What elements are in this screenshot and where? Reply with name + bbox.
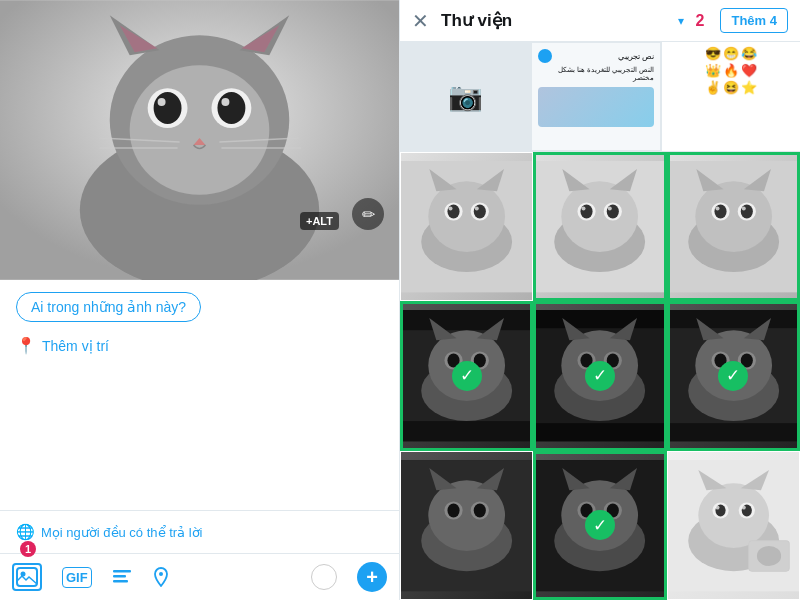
- svg-point-36: [475, 206, 479, 210]
- add-more-button[interactable]: Thêm 4: [720, 8, 788, 33]
- check-icon: ✓: [593, 515, 607, 536]
- mixed-cell-content: [668, 452, 799, 599]
- location-row[interactable]: 📍 Thêm vị trí: [16, 336, 383, 355]
- media-preview-row: 📷 نص تجريبي النص التجريبي للتغريدة هنا ب…: [400, 42, 800, 152]
- svg-point-94: [428, 480, 505, 551]
- location-label: Thêm vị trí: [42, 338, 109, 354]
- who-in-photo-button[interactable]: Ai trong những ảnh này?: [16, 292, 201, 322]
- right-header: ✕ Thư viện ▾ 2 Thêm 4: [400, 0, 800, 42]
- camera-slot[interactable]: 📷: [400, 42, 531, 151]
- svg-point-120: [741, 505, 745, 509]
- svg-point-58: [741, 206, 745, 210]
- svg-rect-24: [113, 580, 128, 583]
- svg-rect-82: [668, 310, 799, 328]
- dropdown-arrow-icon[interactable]: ▾: [678, 14, 684, 28]
- edit-image-button[interactable]: ✏: [352, 198, 384, 230]
- svg-rect-61: [401, 421, 532, 441]
- circle-button[interactable]: [311, 564, 337, 590]
- bottom-toolbar: 1 GIF +: [0, 553, 399, 600]
- svg-point-44: [581, 204, 593, 218]
- svg-rect-72: [534, 423, 665, 441]
- emoji-lol: 😆: [723, 80, 739, 95]
- emoji-sunglasses: 😎: [705, 46, 721, 61]
- check-overlay-2-1: ✓: [585, 510, 615, 540]
- svg-point-56: [740, 204, 752, 218]
- svg-point-57: [715, 206, 719, 210]
- svg-point-14: [221, 98, 229, 106]
- form-icon[interactable]: [112, 568, 132, 586]
- svg-point-122: [757, 546, 781, 566]
- alt-button[interactable]: +ALT: [300, 212, 339, 230]
- svg-point-50: [695, 181, 772, 252]
- emoji-fire: 🔥: [723, 63, 739, 78]
- grid-cell-2-2[interactable]: [667, 451, 800, 600]
- emoji-crown: 👑: [705, 63, 721, 78]
- svg-rect-60: [401, 310, 532, 330]
- camera-icon: 📷: [448, 80, 483, 113]
- grid-cell-1-1[interactable]: ✓: [533, 301, 666, 450]
- svg-rect-71: [534, 310, 665, 328]
- svg-point-45: [607, 204, 619, 218]
- svg-point-13: [158, 98, 166, 106]
- badge-2: 2: [696, 12, 705, 30]
- svg-point-39: [562, 181, 639, 252]
- location-icon: 📍: [16, 336, 36, 355]
- tweet-preview-card: نص تجريبي النص التجريبي للتغريدة هنا بشك…: [531, 42, 662, 151]
- cat-image-container: +ALT ✏: [0, 0, 399, 280]
- svg-point-112: [698, 483, 769, 548]
- left-panel: +ALT ✏ Ai trong những ảnh này? 📍 Thêm vị…: [0, 0, 400, 600]
- image-badge: 1: [20, 541, 36, 557]
- svg-point-28: [428, 181, 505, 252]
- grid-cell-0-2[interactable]: [667, 152, 800, 301]
- check-overlay-1-2: ✓: [718, 361, 748, 391]
- grid-cell-2-0[interactable]: [400, 451, 533, 600]
- svg-point-25: [159, 572, 163, 576]
- image-icon[interactable]: [12, 563, 42, 591]
- emoji-grin: 😁: [723, 46, 739, 61]
- check-overlay-1-0: ✓: [452, 361, 482, 391]
- svg-point-8: [130, 65, 270, 195]
- svg-point-35: [448, 206, 452, 210]
- svg-point-47: [608, 206, 612, 210]
- svg-rect-83: [668, 423, 799, 441]
- image-toolbar-item[interactable]: 1: [12, 563, 42, 591]
- check-overlay-1-1: ✓: [585, 361, 615, 391]
- emoji-panel: 😎 😁 😂 👑 🔥 ❤️ ✌️ 😆 ⭐: [662, 42, 800, 151]
- svg-point-46: [582, 206, 586, 210]
- emoji-heart: ❤️: [741, 63, 757, 78]
- svg-point-119: [715, 505, 719, 509]
- grid-cell-2-1[interactable]: ✓: [533, 451, 666, 600]
- check-icon: ✓: [593, 365, 607, 386]
- svg-rect-23: [113, 575, 126, 578]
- emoji-star: ⭐: [741, 80, 757, 95]
- library-title: Thư viện: [441, 10, 666, 31]
- grid-cell-1-2[interactable]: ✓: [667, 301, 800, 450]
- grid-cell-0-0[interactable]: [400, 152, 533, 301]
- svg-point-100: [474, 503, 486, 517]
- close-button[interactable]: ✕: [412, 9, 429, 33]
- svg-point-55: [714, 204, 726, 218]
- svg-point-99: [447, 503, 459, 517]
- emoji-peace: ✌️: [705, 80, 721, 95]
- svg-point-34: [474, 204, 486, 218]
- gif-button[interactable]: GIF: [62, 567, 92, 588]
- globe-icon: 🌐: [16, 523, 35, 541]
- check-icon: ✓: [460, 365, 474, 386]
- check-icon: ✓: [726, 365, 740, 386]
- grid-cell-1-0[interactable]: ✓: [400, 301, 533, 450]
- right-panel: ✕ Thư viện ▾ 2 Thêm 4 📷 نص تجريبي النص ا…: [400, 0, 800, 600]
- reply-permission-label: Mọi người đều có thể trả lời: [41, 525, 203, 540]
- reply-permissions-row[interactable]: 🌐 Mọi người đều có thể trả lời: [0, 510, 399, 553]
- svg-point-11: [154, 92, 182, 124]
- svg-point-12: [217, 92, 245, 124]
- svg-point-33: [447, 204, 459, 218]
- emoji-laugh: 😂: [741, 46, 757, 61]
- add-button[interactable]: +: [357, 562, 387, 592]
- grid-cell-0-1[interactable]: [533, 152, 666, 301]
- svg-rect-22: [113, 570, 131, 573]
- photo-grid: ✓ ✓: [400, 152, 800, 600]
- location-toolbar-icon[interactable]: [152, 567, 170, 587]
